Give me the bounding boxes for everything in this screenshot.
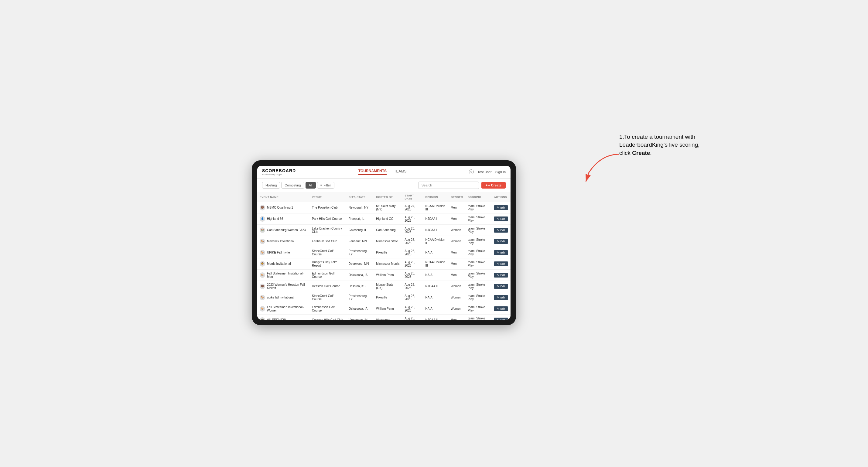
team-icon-0: 🐻 [260,205,265,211]
scoring-cell-5: team, Stroke Play [465,258,491,269]
create-button[interactable]: + + Create [482,182,506,189]
col-actions: ACTIONS [491,192,510,202]
hosted-by-cell-0: Mt. Saint Mary (NY) [374,202,402,213]
edit-button-9[interactable]: ✎ Edit [494,306,508,311]
start-date-cell-1: Aug 25, 2023 [402,213,423,224]
start-date-cell-7: Aug 28, 2023 [402,281,423,292]
hosted-by-cell-9: William Penn [374,303,402,314]
edit-button-6[interactable]: ✎ Edit [494,273,508,278]
edit-button-8[interactable]: ✎ Edit [494,295,508,300]
gender-cell-1: Men [448,213,465,224]
venue-cell-3: Faribault Golf Club [309,236,346,247]
city-state-cell-8: Prestonsburg, KY [346,292,374,303]
edit-icon-8: ✎ [497,296,499,299]
edit-button-3[interactable]: ✎ Edit [494,239,508,244]
event-name-4: UPIKE Fall Invite [267,251,290,254]
event-name-cell-4: 🐎 UPIKE Fall Invite [257,247,309,258]
edit-button-1[interactable]: ✎ Edit [494,217,508,221]
edit-icon-10: ✎ [497,318,499,320]
division-cell-10: NJCAA II [423,314,448,320]
event-name-cell-6: 🐎 Fall Statesmen Invitational - Men [257,269,309,281]
table-row: 🐎 Maverick Invitational Faribault Golf C… [257,236,510,247]
edit-button-2[interactable]: ✎ Edit [494,228,508,232]
team-icon-3: 🐎 [260,239,265,244]
gender-cell-3: Women [448,236,465,247]
edit-icon-4: ✎ [497,251,499,254]
event-name-cell-7: 🐻 2023 Women's Hesston Fall Kickoff [257,281,309,292]
all-button[interactable]: All [306,182,316,189]
city-state-cell-3: Faribault, MN [346,236,374,247]
start-date-cell-6: Aug 28, 2023 [402,269,423,281]
venue-cell-9: Edmundson Golf Course [309,303,346,314]
gear-icon[interactable]: ⚙ [469,169,474,174]
edit-icon-9: ✎ [497,307,499,310]
start-date-cell-10: Aug 28, 2023 [402,314,423,320]
edit-button-10[interactable]: ✎ Edit [494,318,508,320]
actions-cell-8: ✎ Edit [491,292,510,303]
event-name-cell-0: 🐻 MSMC Qualifying 1 [257,202,309,213]
edit-button-0[interactable]: ✎ Edit [494,205,508,210]
start-date-cell-9: Aug 28, 2023 [402,303,423,314]
start-date-cell-0: Aug 24, 2023 [402,202,423,213]
competing-button[interactable]: Competing [281,182,304,189]
venue-cell-2: Lake Bracken Country Club [309,224,346,236]
tablet-screen: SCOREBOARD Powered by clippit TOURNAMENT… [257,166,510,320]
gender-cell-6: Men [448,269,465,281]
venue-cell-7: Hesston Golf Course [309,281,346,292]
actions-cell-5: ✎ Edit [491,258,510,269]
event-name-cell-8: 🐎 upike fall invitational [257,292,309,303]
hosted-by-cell-5: Minnesota-Morris [374,258,402,269]
col-venue: VENUE [309,192,346,202]
sign-in-link[interactable]: Sign In [495,170,506,174]
tablet-frame: SCOREBOARD Powered by clippit TOURNAMENT… [252,160,516,325]
event-name-0: MSMC Qualifying 1 [267,206,293,209]
filter-left: Hosting Competing All ≡ Filter [262,182,334,189]
table-row: 🐻 MSMC Qualifying 1 The Powelton Club Ne… [257,202,510,213]
edit-button-5[interactable]: ✎ Edit [494,261,508,266]
scoring-cell-9: team, Stroke Play [465,303,491,314]
start-date-cell-2: Aug 26, 2023 [402,224,423,236]
division-cell-2: NJCAA I [423,224,448,236]
city-state-cell-0: Newburgh, NY [346,202,374,213]
scoring-cell-7: team, Stroke Play [465,281,491,292]
start-date-cell-3: Aug 28, 2023 [402,236,423,247]
search-input[interactable] [418,182,479,189]
actions-cell-3: ✎ Edit [491,236,510,247]
user-name: Test User [477,170,491,174]
team-icon-2: 🏫 [260,227,265,233]
hosting-button[interactable]: Hosting [262,182,280,189]
team-icon-7: 🐻 [260,284,265,289]
venue-cell-4: StoneCrest Golf Course [309,247,346,258]
table-row: 🐎 Fall Statesmen Invitational - Women Ed… [257,303,510,314]
event-name-cell-10: 🎓 VU PREVIEW [257,314,309,320]
nav-tab-tournaments[interactable]: TOURNAMENTS [359,169,386,175]
start-date-cell-8: Aug 28, 2023 [402,292,423,303]
hosted-by-cell-2: Carl Sandburg [374,224,402,236]
actions-cell-4: ✎ Edit [491,247,510,258]
nav-tab-teams[interactable]: TEAMS [394,169,406,175]
event-name-9: Fall Statesmen Invitational - Women [267,306,307,312]
edit-button-4[interactable]: ✎ Edit [494,250,508,255]
division-cell-7: NJCAA II [423,281,448,292]
start-date-cell-4: Aug 28, 2023 [402,247,423,258]
outer-wrapper: SCOREBOARD Powered by clippit TOURNAMENT… [252,142,616,325]
logo-area: SCOREBOARD Powered by clippit [262,168,296,176]
city-state-cell-10: Vincennes, IN [346,314,374,320]
event-name-7: 2023 Women's Hesston Fall Kickoff [267,283,307,290]
search-area: + + Create [418,182,506,189]
table-wrapper: EVENT NAME VENUE CITY, STATE HOSTED BY S… [257,192,510,320]
event-name-1: Highland 36 [267,217,283,220]
table-row: 🎓 VU PREVIEW Cypress Hills Golf Club Vin… [257,314,510,320]
event-name-cell-3: 🐎 Maverick Invitational [257,236,309,247]
division-cell-5: NCAA Division III [423,258,448,269]
edit-icon-6: ✎ [497,274,499,277]
col-event-name: EVENT NAME [257,192,309,202]
edit-button-7[interactable]: ✎ Edit [494,284,508,289]
team-icon-4: 🐎 [260,250,265,255]
venue-cell-8: StoneCrest Golf Course [309,292,346,303]
filter-button[interactable]: ≡ Filter [317,182,334,189]
venue-cell-5: Ruttger's Bay Lake Resort [309,258,346,269]
nav-tabs: TOURNAMENTS TEAMS [359,169,406,175]
plus-icon: + [486,183,488,187]
venue-cell-0: The Powelton Club [309,202,346,213]
